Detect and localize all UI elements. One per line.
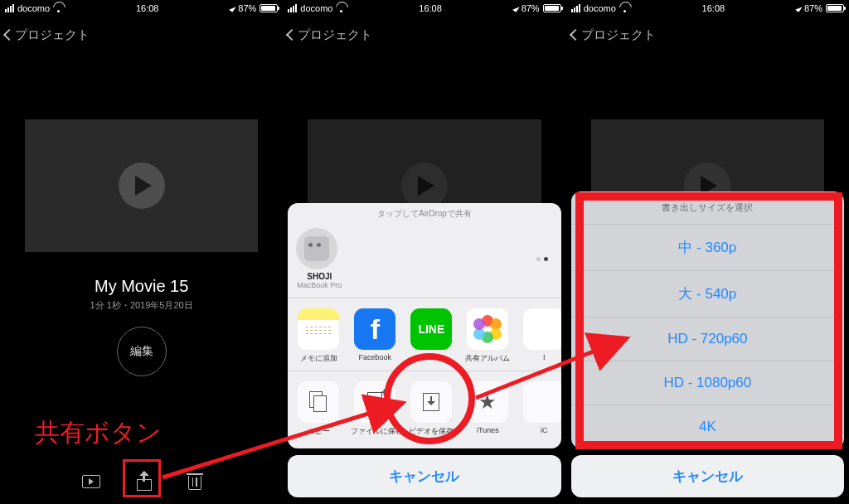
edit-button[interactable]: 編集: [117, 327, 167, 376]
three-phone-composite: docomo 16:08 87% プロジェクト My Movie 15 1分 1…: [0, 0, 849, 504]
wifi-icon: [53, 4, 64, 12]
battery-pct: 87%: [522, 3, 540, 13]
back-button[interactable]: プロジェクト: [5, 27, 90, 43]
wifi-icon: [336, 4, 347, 12]
contact-device: MacBook Pro: [296, 281, 342, 289]
trash-icon: [188, 473, 201, 490]
share-app-photos[interactable]: 共有アルバム: [463, 308, 512, 364]
nav-bar: プロジェクト: [283, 17, 565, 53]
copy-icon: [298, 381, 339, 423]
chevron-left-icon: [3, 29, 15, 41]
action-copy[interactable]: コピー: [294, 381, 342, 437]
notes-icon: [298, 308, 339, 350]
back-button[interactable]: プロジェクト: [571, 27, 656, 43]
movie-subtitle: 1分 1秒・2019年5月20日: [0, 299, 283, 312]
annotation-share-label: 共有ボタン: [35, 416, 162, 450]
signal-icon: [571, 4, 580, 12]
carrier-label: docomo: [584, 3, 616, 13]
page-dots: [536, 257, 548, 261]
battery-icon: [826, 4, 844, 12]
status-bar: docomo 16:08 87%: [566, 0, 849, 17]
share-app-more[interactable]: I: [520, 308, 560, 364]
battery-pct: 87%: [804, 3, 822, 13]
annotation-share-box: [123, 459, 161, 497]
airdrop-header: タップしてAirDropで共有: [288, 203, 560, 223]
nav-bar: プロジェクト: [0, 17, 283, 53]
back-label: プロジェクト: [298, 27, 372, 43]
clock: 16:08: [419, 3, 442, 13]
facebook-icon: f: [354, 308, 395, 350]
clock: 16:08: [702, 3, 725, 13]
wifi-icon: [619, 4, 630, 12]
share-sheet: タップしてAirDropで共有 SHOJI MacBook Pro メモに追加 …: [288, 203, 560, 497]
avatar: [296, 228, 337, 269]
carrier-label: docomo: [17, 3, 50, 13]
contact-name: SHOJI: [296, 272, 342, 281]
signal-icon: [5, 4, 14, 12]
annotation-circle-save-video: [384, 353, 475, 444]
app-icon: [523, 308, 560, 350]
status-bar: docomo 16:08 87%: [0, 0, 283, 17]
line-icon: LINE: [410, 308, 452, 350]
play-button[interactable]: [119, 162, 165, 209]
play-icon: [135, 176, 152, 196]
chevron-left-icon: [286, 29, 298, 41]
location-icon: [795, 4, 803, 12]
cancel-button[interactable]: キャンセル: [571, 455, 844, 497]
carrier-label: docomo: [300, 3, 332, 13]
play-video-button[interactable]: [82, 475, 100, 488]
delete-button[interactable]: [188, 473, 201, 490]
cancel-button[interactable]: キャンセル: [288, 455, 560, 497]
cloud-icon: [523, 381, 560, 423]
battery-icon: [260, 4, 278, 12]
airdrop-contact[interactable]: SHOJI MacBook Pro: [296, 228, 342, 289]
action-icloud[interactable]: iC: [520, 381, 560, 437]
battery-icon: [543, 4, 561, 12]
signal-icon: [288, 4, 297, 12]
video-thumbnail[interactable]: [25, 119, 258, 252]
chevron-left-icon: [570, 29, 581, 41]
annotation-frame-export-options: [575, 192, 842, 449]
location-icon: [512, 4, 520, 12]
movie-title: My Movie 15: [0, 277, 283, 296]
status-bar: docomo 16:08 87%: [283, 0, 565, 17]
photos-icon: [467, 308, 508, 350]
location-icon: [229, 4, 236, 12]
share-app-facebook[interactable]: fFacebook: [351, 308, 399, 364]
nav-bar: プロジェクト: [566, 17, 849, 53]
back-label: プロジェクト: [15, 27, 90, 43]
clock: 16:08: [136, 3, 159, 13]
battery-pct: 87%: [238, 3, 256, 13]
share-app-memo[interactable]: メモに追加: [294, 308, 342, 364]
play-icon: [401, 162, 448, 209]
back-button[interactable]: プロジェクト: [288, 27, 372, 43]
back-label: プロジェクト: [581, 27, 656, 43]
